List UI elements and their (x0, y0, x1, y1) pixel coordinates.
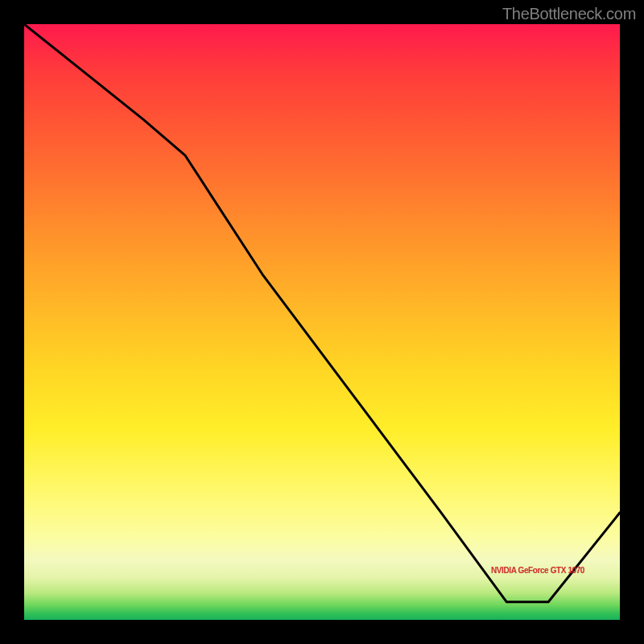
gpu-annotation: NVIDIA GeForce GTX 1070 (491, 566, 584, 575)
chart-stage: TheBottleneck.com NVIDIA GeForce GTX 107… (0, 0, 644, 644)
plot-area (24, 24, 620, 620)
chart-svg (24, 24, 620, 620)
bottleneck-line (24, 24, 620, 602)
watermark-text: TheBottleneck.com (502, 5, 636, 23)
